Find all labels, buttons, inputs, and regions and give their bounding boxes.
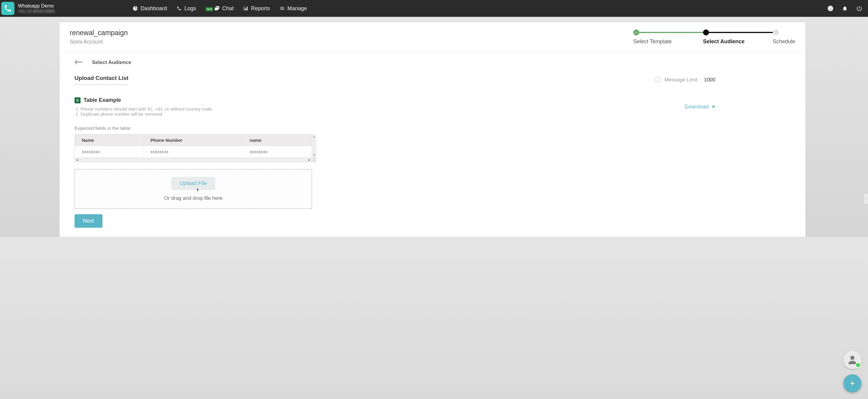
- step-future-icon: [773, 29, 779, 35]
- scroll-down-icon: ▼: [313, 154, 316, 157]
- side-expand-tab[interactable]: ›‹: [864, 194, 868, 204]
- pie-chart-icon: [132, 6, 138, 11]
- message-limit: i Message Limit : 1000: [655, 77, 715, 83]
- fields-table: Name Phone Number name xxxxxxxx xxxxxxxx…: [74, 134, 312, 163]
- table-header: Phone Number: [144, 135, 243, 146]
- power-icon[interactable]: [856, 5, 863, 12]
- main-nav: Dashboard Logs NEW Chat Reports Manage: [132, 5, 307, 12]
- message-limit-label: Message Limit :: [664, 77, 700, 83]
- download-link[interactable]: Download: [685, 104, 715, 110]
- campaign-title: renewal_campaign: [70, 29, 128, 37]
- scroll-left-icon: ◀: [76, 158, 78, 161]
- back-arrow-icon[interactable]: [74, 59, 83, 66]
- table-cell: xxxxxxxx: [144, 146, 243, 158]
- nav-dashboard[interactable]: Dashboard: [132, 5, 167, 12]
- excel-icon: [74, 97, 81, 103]
- example-rules: Phone numbers should start with 91, +91,…: [79, 106, 685, 117]
- nav-label: Reports: [251, 5, 270, 12]
- campaign-account: Somi Account: [70, 39, 128, 45]
- step-done-icon: [633, 29, 639, 35]
- message-limit-value: 1000: [704, 77, 715, 83]
- step-label-2: Select Audience: [703, 38, 744, 45]
- section-title: Upload Contact List: [74, 75, 128, 85]
- nav-label: Logs: [184, 5, 196, 12]
- next-button[interactable]: Next: [74, 214, 102, 228]
- panel-body: Select Audience Upload Contact List i Me…: [60, 52, 805, 237]
- step-bar: [709, 32, 773, 33]
- step-current-icon: [703, 29, 709, 35]
- step-bar: [639, 32, 703, 33]
- nav-reports[interactable]: Reports: [243, 5, 270, 12]
- table-header: name: [243, 135, 311, 146]
- upload-file-button[interactable]: Upload File: [171, 177, 215, 190]
- table-cell: xxxxxxxx: [75, 146, 144, 158]
- nav-label: Dashboard: [141, 5, 167, 12]
- scroll-right-icon: ▶: [308, 158, 310, 161]
- step-label-3: Schedule: [773, 38, 795, 45]
- step-label-1: Select Template: [633, 38, 672, 45]
- main-panel: renewal_campaign Somi Account Select Tem…: [60, 22, 805, 237]
- progress-stepper: Select Template Select Audience Schedule: [633, 29, 795, 45]
- scroll-up-icon: ▲: [313, 135, 316, 138]
- new-badge: NEW: [206, 7, 213, 11]
- expected-fields-label: Expected fields in the table:: [74, 126, 790, 131]
- nav-manage[interactable]: Manage: [280, 5, 307, 12]
- breadcrumb: Select Audience: [74, 59, 790, 66]
- phone-icon: [177, 6, 182, 11]
- bar-chart-icon: [243, 6, 249, 11]
- top-bar: Whatsapp Demo +91 22 6919 9483 Dashboard…: [0, 0, 868, 17]
- nav-label: Manage: [287, 5, 307, 12]
- file-dropzone[interactable]: Upload File Or drag and drop file here: [74, 169, 312, 209]
- table-cell: xxxxxxxx: [243, 146, 311, 158]
- app-phone: +91 22 6919 9483: [18, 8, 54, 13]
- top-actions: [827, 5, 863, 12]
- list-item: Duplicate phone number will be removed: [81, 111, 685, 117]
- table-h-scrollbar[interactable]: ◀ ▶: [75, 158, 312, 162]
- brand: Whatsapp Demo +91 22 6919 9483: [1, 2, 54, 15]
- chat-icon: [214, 6, 220, 11]
- nav-chat[interactable]: NEW Chat: [206, 5, 234, 12]
- nav-label: Chat: [222, 5, 234, 12]
- drop-hint: Or drag and drop file here: [164, 195, 223, 201]
- breadcrumb-label: Select Audience: [92, 60, 131, 66]
- table-row: xxxxxxxx xxxxxxxx xxxxxxxx: [75, 146, 312, 158]
- panel-header: renewal_campaign Somi Account Select Tem…: [60, 22, 805, 52]
- help-icon[interactable]: [827, 5, 834, 12]
- table-v-scrollbar[interactable]: ▲ ▼: [312, 134, 316, 158]
- caret-down-icon: [712, 106, 715, 108]
- example-title: Table Example: [84, 97, 121, 103]
- table-header: Name: [75, 135, 144, 146]
- download-label: Download: [685, 104, 709, 110]
- bell-icon[interactable]: [842, 5, 848, 12]
- menu-icon: [280, 6, 285, 11]
- nav-logs[interactable]: Logs: [177, 5, 196, 12]
- list-item: Phone numbers should start with 91, +91,…: [81, 106, 685, 111]
- app-logo-icon: [1, 2, 14, 15]
- scroll-corner: [312, 158, 316, 162]
- app-title: Whatsapp Demo: [18, 3, 54, 9]
- info-icon[interactable]: i: [655, 77, 661, 83]
